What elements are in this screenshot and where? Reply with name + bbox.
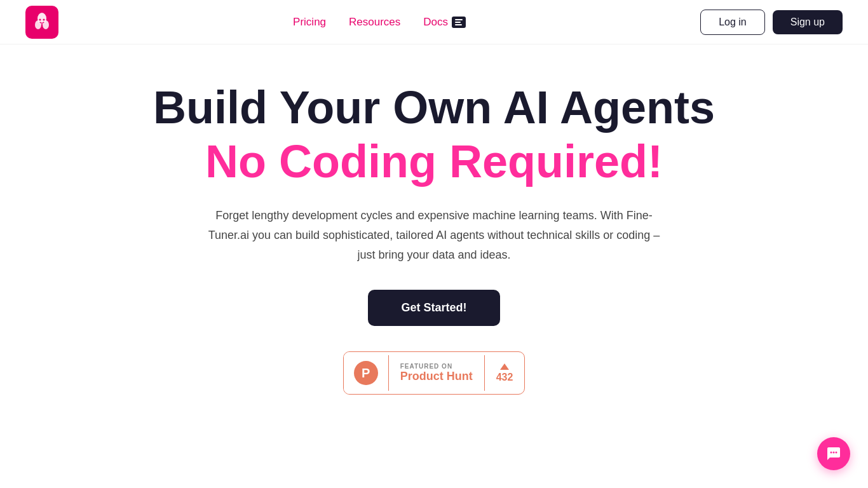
- ph-featured-label: FEATURED ON: [400, 363, 452, 370]
- login-button[interactable]: Log in: [700, 10, 765, 35]
- ph-vote-count: 432: [496, 372, 513, 383]
- nav-pricing[interactable]: Pricing: [293, 16, 326, 29]
- ph-name: Product Hunt: [400, 370, 473, 383]
- svg-point-10: [836, 452, 837, 454]
- nav-links: Pricing Resources Docs: [293, 16, 466, 29]
- svg-point-4: [43, 18, 45, 20]
- hero-title-line1: Build Your Own AI Agents: [153, 83, 715, 133]
- ph-text: FEATURED ON Product Hunt: [388, 355, 485, 391]
- get-started-button[interactable]: Get Started!: [368, 290, 499, 326]
- hero-section: Build Your Own AI Agents No Coding Requi…: [0, 44, 868, 420]
- nav-resources[interactable]: Resources: [349, 16, 400, 29]
- nav-docs[interactable]: Docs: [423, 16, 466, 29]
- svg-rect-7: [455, 24, 462, 25]
- navbar: Pricing Resources Docs Log in Sign up: [0, 0, 868, 44]
- nav-auth-buttons: Log in Sign up: [700, 10, 843, 35]
- docs-icon: [452, 17, 466, 28]
- svg-point-2: [43, 20, 49, 29]
- svg-point-3: [39, 18, 41, 20]
- signup-button[interactable]: Sign up: [773, 10, 843, 34]
- logo[interactable]: [25, 6, 58, 39]
- svg-rect-6: [455, 22, 461, 23]
- svg-point-9: [833, 452, 835, 454]
- chat-icon: [826, 446, 841, 461]
- svg-point-1: [35, 20, 41, 29]
- ph-logo-wrap: P: [344, 352, 388, 394]
- svg-point-8: [831, 452, 832, 454]
- ph-logo: P: [354, 361, 378, 385]
- product-hunt-badge[interactable]: P FEATURED ON Product Hunt 432: [343, 351, 526, 395]
- hero-subtitle: Forget lengthy development cycles and ex…: [205, 206, 663, 264]
- logo-icon: [25, 6, 58, 39]
- svg-rect-5: [455, 19, 463, 20]
- ph-upvote-icon: [500, 363, 509, 370]
- ph-votes-section: 432: [485, 356, 525, 391]
- chat-bubble-button[interactable]: [817, 437, 850, 470]
- hero-title-line2: No Coding Required!: [205, 137, 663, 187]
